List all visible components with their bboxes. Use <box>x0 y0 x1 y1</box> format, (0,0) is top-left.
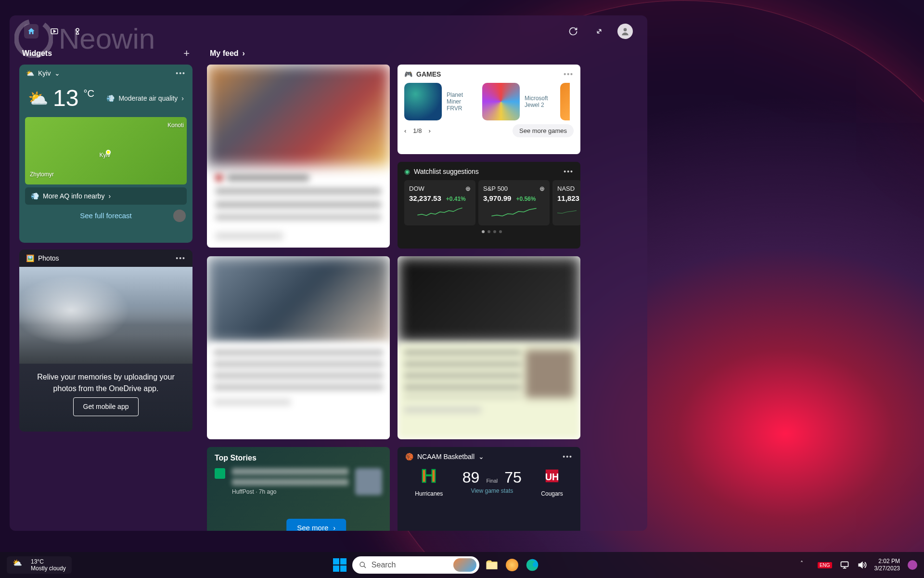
watchlist-pager[interactable] <box>404 230 579 233</box>
weather-map[interactable]: Kyiv Zhytomyr Konoti <box>25 117 187 184</box>
svg-rect-9 <box>340 565 346 572</box>
expand-button[interactable] <box>591 24 607 39</box>
svg-text:UH: UH <box>545 472 559 482</box>
taskbar-search[interactable]: Search <box>352 556 479 574</box>
temperature-unit: °C <box>83 88 94 99</box>
see-more-feed-button[interactable]: See more› <box>286 519 346 531</box>
weather-icon: ⛅ <box>26 69 34 77</box>
svg-point-0 <box>16 21 51 56</box>
volume-icon[interactable] <box>857 560 867 570</box>
language-indicator[interactable]: ENG <box>818 562 832 568</box>
weather-more-button[interactable]: ••• <box>176 69 186 77</box>
team-name: Cougars <box>541 490 563 497</box>
next-page-button[interactable]: › <box>428 127 430 134</box>
story-headline-blurred <box>232 468 348 486</box>
watchlist-widget[interactable]: ◉Watchlist suggestions ••• DOW⊕ 32,237.5… <box>398 162 580 249</box>
add-widget-button[interactable]: + <box>183 47 190 60</box>
game-tile[interactable] <box>404 83 442 120</box>
photos-title: Photos <box>38 254 59 262</box>
taskbar-weather-button[interactable]: ⛅ 13°C Mostly cloudy <box>7 556 72 574</box>
svg-rect-7 <box>340 558 346 565</box>
games-more-button[interactable]: ••• <box>564 70 574 78</box>
games-icon: 🎮 <box>404 70 412 78</box>
start-button[interactable] <box>332 557 347 573</box>
sports-more-button[interactable]: ••• <box>563 453 573 460</box>
team-name: Hurricanes <box>415 490 443 497</box>
story-source: HuffPost · 7h ago <box>232 488 348 495</box>
sports-league: NCAAM Basketball <box>417 453 475 460</box>
taskbar-temp: 13°C <box>31 558 66 565</box>
map-west-label: Zhytomyr <box>30 171 54 178</box>
source-badge-icon <box>215 468 225 479</box>
search-highlight-icon[interactable] <box>453 558 476 572</box>
svg-rect-8 <box>333 565 339 572</box>
neowin-logo-icon <box>14 19 53 58</box>
weather-widget[interactable]: ⛅ Kyiv ⌄ ••• ⛅ 13 °C 💨Moderate air quali… <box>19 65 192 243</box>
map-east-label: Konoti <box>167 122 184 129</box>
team-b-score: 75 <box>504 469 522 486</box>
games-page-indicator: 1/8 <box>413 127 422 134</box>
photos-icon: 🖼️ <box>26 254 34 262</box>
my-feed-title[interactable]: My feed › <box>210 49 245 58</box>
news-image <box>207 65 390 166</box>
watchlist-icon: ◉ <box>404 168 410 175</box>
map-pin-icon <box>106 150 111 155</box>
weather-location[interactable]: Kyiv <box>38 69 51 77</box>
air-quality-label[interactable]: 💨Moderate air quality› <box>106 94 184 102</box>
taskbar-clock[interactable]: 2:02 PM 3/27/2023 <box>874 558 900 572</box>
photos-message: Relive your memories by uploading your p… <box>31 371 181 394</box>
news-headline-blurred <box>216 188 381 220</box>
feed-news-card[interactable] <box>207 256 390 439</box>
photos-widget[interactable]: 🖼️Photos ••• Relive your memories by upl… <box>19 250 192 432</box>
feed-news-card[interactable] <box>398 256 580 439</box>
sports-widget[interactable]: 🏀NCAAM Basketball⌄ ••• Hurricanes 89 Fin… <box>398 447 580 531</box>
neowin-watermark: Neowin <box>14 19 155 58</box>
see-more-games-button[interactable]: See more games <box>513 124 574 137</box>
get-mobile-app-button[interactable]: Get mobile app <box>73 397 139 416</box>
aq-info-button[interactable]: 💨More AQ info nearby› <box>25 187 187 205</box>
prev-page-button[interactable]: ‹ <box>404 127 406 134</box>
search-icon <box>359 561 367 569</box>
weather-condition-icon: ⛅ <box>28 89 48 108</box>
game-tile[interactable] <box>482 83 520 120</box>
chevron-up-tray-icon[interactable]: ˄ <box>800 560 810 570</box>
watchlist-more-button[interactable]: ••• <box>564 168 574 175</box>
file-explorer-icon[interactable] <box>484 557 500 573</box>
games-title: GAMES <box>416 70 441 78</box>
game-tile[interactable] <box>560 83 570 120</box>
add-stock-icon[interactable]: ⊕ <box>539 185 545 192</box>
watchlist-title: Watchlist suggestions <box>414 168 479 175</box>
profile-button[interactable] <box>617 24 633 39</box>
user-avatar-icon[interactable] <box>908 560 917 570</box>
taskbar-weather-label: Mostly cloudy <box>31 565 66 572</box>
chevron-right-icon: › <box>243 49 245 58</box>
stock-tile[interactable]: NASD 11,823 <box>552 180 580 225</box>
team-logo-icon <box>418 465 439 486</box>
taskbar: ⛅ 13°C Mostly cloudy Search ˄ ENG 2:02 P… <box>0 552 924 578</box>
games-widget[interactable]: 🎮GAMES ••• Planet Miner FRVR Microsoft J… <box>398 65 580 154</box>
photos-hero-image <box>19 267 192 364</box>
network-icon[interactable] <box>840 560 849 570</box>
pinned-app-icon[interactable] <box>504 557 520 573</box>
svg-rect-6 <box>333 558 339 565</box>
stock-tile[interactable]: DOW⊕ 32,237.53+0.41% <box>404 180 475 225</box>
photos-more-button[interactable]: ••• <box>176 254 186 262</box>
refresh-button[interactable] <box>565 24 581 39</box>
weather-provider-icon <box>173 210 186 222</box>
search-placeholder: Search <box>372 561 396 569</box>
watermark-text: Neowin <box>59 22 155 55</box>
see-forecast-link[interactable]: See full forecast <box>19 205 192 226</box>
top-stories-widget[interactable]: Top Stories HuffPost · 7h ago See more› <box>207 447 390 531</box>
game-name: Microsoft Jewel 2 <box>525 95 555 108</box>
feed-news-card[interactable] <box>207 65 390 248</box>
edge-browser-icon[interactable] <box>525 557 540 573</box>
chevron-down-icon[interactable]: ⌄ <box>54 69 60 77</box>
news-image <box>207 256 390 343</box>
chevron-down-icon[interactable]: ⌄ <box>478 453 484 460</box>
chevron-right-icon: › <box>333 524 335 531</box>
view-game-stats-link[interactable]: View game stats <box>462 487 522 494</box>
stock-tile[interactable]: S&P 500⊕ 3,970.99+0.56% <box>478 180 550 225</box>
weather-icon: ⛅ <box>13 558 26 572</box>
add-stock-icon[interactable]: ⊕ <box>465 185 471 192</box>
team-a-score: 89 <box>462 469 480 486</box>
